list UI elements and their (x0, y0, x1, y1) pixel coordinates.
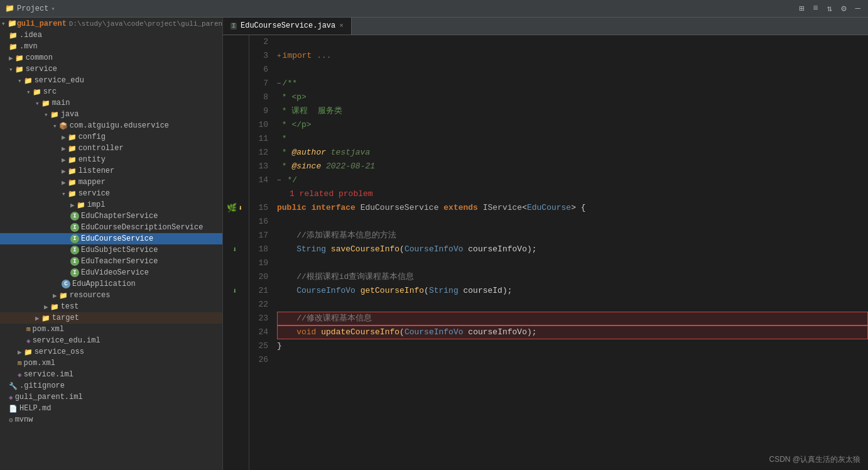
code-line-21: CourseInfoVo getCourseInfo(String course… (277, 284, 868, 298)
target-label: target (52, 314, 79, 322)
gutter-row-25 (223, 339, 249, 353)
chevron-down-icon: ▾ (1, 19, 6, 28)
code-line-12: * @author testjava (277, 146, 868, 160)
sidebar-item-listener[interactable]: ▶ 📁 listener (0, 165, 222, 177)
sidebar-item-idea[interactable]: 📁 .idea (0, 30, 222, 41)
line-num-2: 2 (249, 35, 268, 49)
chinese-text: 课程 服务类 (291, 106, 342, 116)
angle-bracket-close: > { (571, 203, 585, 212)
line-num-26: 26 (249, 353, 268, 367)
sidebar-item-edu-video-service[interactable]: I EduVideoService (0, 267, 222, 278)
fold-icon-end[interactable]: − (277, 177, 281, 184)
gutter-row-19 (223, 256, 249, 270)
project-label[interactable]: 📁 Project ▾ (5, 4, 55, 13)
sort-icon[interactable]: ⇅ (825, 2, 835, 15)
folder-icon: 📁 (68, 178, 77, 187)
tab-close-button[interactable]: × (339, 22, 344, 30)
gitignore-icon: 🔧 (9, 382, 18, 390)
paren-open-2: ( (424, 286, 429, 295)
chevron-right-icon: ▶ (62, 156, 66, 164)
sidebar-item-service-sub[interactable]: ▾ 📁 service (0, 188, 222, 199)
sidebar-item-package[interactable]: ▾ 📦 com.atguigu.eduservice (0, 120, 222, 131)
sidebar-item-mvnw[interactable]: ⚙ mvnw (0, 414, 222, 425)
controller-label: controller (79, 144, 124, 153)
course-id-param: courseId (464, 286, 502, 295)
sidebar-item-mapper[interactable]: ▶ 📁 mapper (0, 177, 222, 188)
sidebar-item-help-md[interactable]: 📄 HELP.md (0, 403, 222, 414)
chevron-down-icon: ▾ (18, 77, 22, 85)
sidebar-item-resources[interactable]: ▶ 📁 resources (0, 290, 222, 301)
tree-root[interactable]: ▾ 📁 guli_parent D:\study\java\code\proje… (0, 18, 222, 30)
line-num-11: 11 (249, 132, 268, 146)
sidebar-item-impl[interactable]: ▶ 📁 impl (0, 199, 222, 210)
sidebar-item-edu-teacher-service[interactable]: I EduTeacherService (0, 256, 222, 267)
sidebar-item-test[interactable]: ▶ 📁 test (0, 301, 222, 312)
sidebar-item-pom-service[interactable]: m pom.xml (0, 358, 222, 369)
sidebar-item-service-iml[interactable]: ◈ service.iml (0, 369, 222, 380)
sidebar-item-java[interactable]: ▾ 📁 java (0, 109, 222, 120)
sidebar-item-edu-application[interactable]: C EduApplication (0, 278, 222, 290)
sidebar-item-edu-course-service[interactable]: I EduCourseService (0, 233, 222, 244)
folder-icon: 📁 (9, 31, 18, 40)
code-editor[interactable]: 🌿 ⬇ ⬇ ⬇ (223, 35, 868, 470)
fold-icon-javadoc[interactable]: − (277, 80, 281, 87)
chevron-icon[interactable]: ▾ (51, 5, 55, 13)
package-icon: 📦 (59, 122, 68, 130)
chevron-right-icon: ▶ (18, 348, 22, 356)
sidebar-item-edu-subject-service[interactable]: I EduSubjectService (0, 244, 222, 256)
service-edu-iml-label: service_edu.iml (33, 336, 100, 345)
line-num-19: 19 (249, 256, 268, 270)
add-icon[interactable]: ⊞ (796, 2, 806, 15)
code-body[interactable]: +import ... −/** * <p> * 课程 服务类 * </p> *… (272, 35, 868, 470)
root-path: D:\study\java\code\project\guli_parent (69, 20, 223, 28)
line-num-problem: • (249, 187, 268, 201)
sidebar-item-controller[interactable]: ▶ 📁 controller (0, 143, 222, 154)
sidebar-item-gitignore[interactable]: 🔧 .gitignore (0, 380, 222, 391)
line-num-8: 8 (249, 90, 268, 104)
sidebar-item-config[interactable]: ▶ 📁 config (0, 131, 222, 143)
gutter-row-18[interactable]: ⬇ (223, 243, 249, 256)
course-info-vo-return: CourseInfoVo (296, 286, 355, 295)
sidebar-item-entity[interactable]: ▶ 📁 entity (0, 154, 222, 165)
settings-icon[interactable]: ⚙ (838, 2, 849, 15)
chevron-down-icon: ▾ (26, 88, 31, 96)
fold-icon[interactable]: + (277, 52, 281, 60)
gutter-row-7 (223, 77, 249, 90)
list-icon[interactable]: ≡ (810, 2, 820, 15)
run-icon[interactable]: 🌿 (227, 203, 237, 213)
sidebar-item-target[interactable]: ▶ 📁 target (0, 312, 222, 324)
gutter-row-21[interactable]: ⬇ (223, 284, 249, 298)
chevron-right-icon: ▶ (62, 133, 66, 141)
gutter-row-6 (223, 63, 249, 77)
sidebar-item-edu-course-desc-service[interactable]: I EduCourseDescriptionService (0, 222, 222, 233)
gutter-row-15[interactable]: 🌿 ⬇ (223, 201, 249, 215)
folder-icon: 📁 (68, 145, 77, 153)
sidebar-item-service-edu-iml[interactable]: ◈ service_edu.iml (0, 335, 222, 346)
code-line-8: * <p> (277, 90, 868, 104)
sidebar[interactable]: ▾ 📁 guli_parent D:\study\java\code\proje… (0, 18, 223, 470)
code-line-14: − */ (277, 173, 868, 187)
javadoc-star-2: * (277, 134, 287, 143)
code-line-22 (277, 298, 868, 312)
gutter-row-23 (223, 312, 249, 325)
line-num-6: 6 (249, 63, 268, 77)
sidebar-item-common[interactable]: ▶ 📁 common (0, 52, 222, 63)
line-num-20: 20 (249, 270, 268, 284)
sidebar-item-pom-service-edu[interactable]: m pom.xml (0, 324, 222, 335)
main-area: ▾ 📁 guli_parent D:\study\java\code\proje… (0, 18, 868, 470)
sidebar-item-guli-parent-iml[interactable]: ◈ guli_parent.iml (0, 391, 222, 403)
sidebar-item-service[interactable]: ▾ 📁 service (0, 63, 222, 75)
chevron-right-icon: ▶ (62, 145, 66, 153)
sidebar-item-service-oss[interactable]: ▶ 📁 service_oss (0, 346, 222, 358)
chevron-down-icon: ▾ (35, 99, 40, 107)
course-info-vo-type-2: CourseInfoVo (404, 327, 464, 337)
arrow-down-icon-2: ⬇ (232, 287, 237, 296)
sidebar-item-service-edu[interactable]: ▾ 📁 service_edu (0, 75, 222, 86)
sidebar-item-src[interactable]: ▾ 📁 src (0, 86, 222, 97)
close-icon[interactable]: — (853, 2, 863, 15)
sidebar-item-edu-chapter-service[interactable]: I EduChapterService (0, 210, 222, 222)
active-tab[interactable]: I EduCourseService.java × (223, 18, 352, 35)
chevron-right-icon: ▶ (53, 292, 57, 300)
sidebar-item-main[interactable]: ▾ 📁 main (0, 97, 222, 109)
sidebar-item-mvn[interactable]: 📁 .mvn (0, 41, 222, 52)
